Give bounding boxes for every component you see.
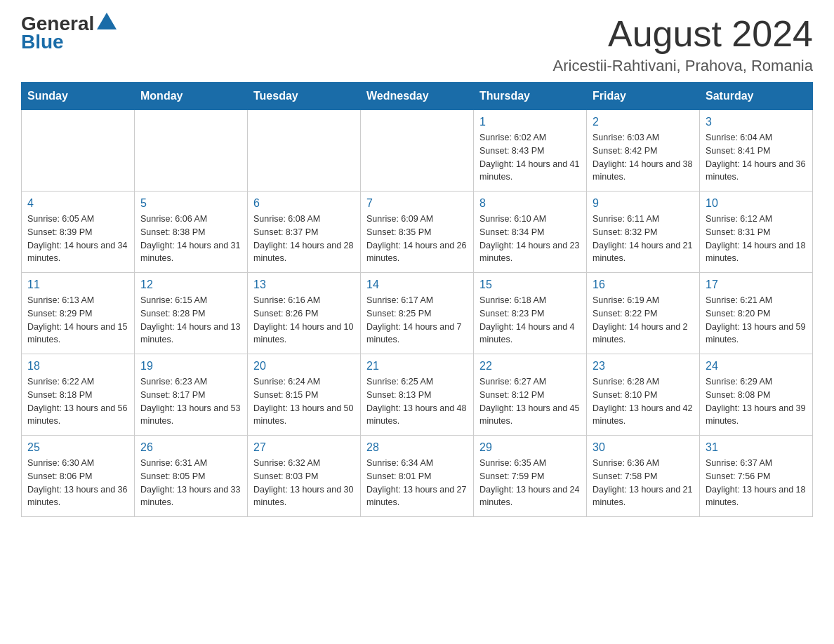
column-header-sunday: Sunday xyxy=(22,83,135,110)
day-info: Sunrise: 6:06 AMSunset: 8:38 PMDaylight:… xyxy=(140,213,241,265)
day-number: 16 xyxy=(593,279,694,291)
calendar-subtitle: Aricestii-Rahtivani, Prahova, Romania xyxy=(553,57,814,75)
page-header: General Blue August 2024 Aricestii-Rahti… xyxy=(21,14,813,75)
calendar-cell: 10Sunrise: 6:12 AMSunset: 8:31 PMDayligh… xyxy=(700,192,813,273)
column-header-tuesday: Tuesday xyxy=(248,83,361,110)
calendar-cell: 4Sunrise: 6:05 AMSunset: 8:39 PMDaylight… xyxy=(22,192,135,273)
calendar-cell: 8Sunrise: 6:10 AMSunset: 8:34 PMDaylight… xyxy=(474,192,587,273)
day-number: 10 xyxy=(706,197,807,210)
calendar-cell xyxy=(135,110,248,192)
day-number: 31 xyxy=(706,441,807,454)
calendar-cell: 9Sunrise: 6:11 AMSunset: 8:32 PMDaylight… xyxy=(587,192,700,273)
day-info: Sunrise: 6:31 AMSunset: 8:05 PMDaylight:… xyxy=(140,457,241,509)
column-header-saturday: Saturday xyxy=(700,83,813,110)
day-number: 8 xyxy=(479,197,581,210)
calendar-cell: 6Sunrise: 6:08 AMSunset: 8:37 PMDaylight… xyxy=(248,192,361,273)
calendar-cell: 19Sunrise: 6:23 AMSunset: 8:17 PMDayligh… xyxy=(135,354,248,436)
day-number: 23 xyxy=(593,360,694,373)
calendar-cell: 24Sunrise: 6:29 AMSunset: 8:08 PMDayligh… xyxy=(700,354,813,436)
day-number: 6 xyxy=(253,197,355,210)
calendar-cell: 18Sunrise: 6:22 AMSunset: 8:18 PMDayligh… xyxy=(22,354,135,436)
day-number: 26 xyxy=(140,441,241,454)
day-number: 17 xyxy=(706,279,807,291)
day-info: Sunrise: 6:21 AMSunset: 8:20 PMDaylight:… xyxy=(706,294,807,347)
day-number: 21 xyxy=(366,360,468,373)
calendar-cell: 16Sunrise: 6:19 AMSunset: 8:22 PMDayligh… xyxy=(587,273,700,354)
day-info: Sunrise: 6:23 AMSunset: 8:17 PMDaylight:… xyxy=(140,375,241,428)
day-number: 14 xyxy=(366,279,468,291)
column-header-friday: Friday xyxy=(587,83,700,110)
calendar-cell: 1Sunrise: 6:02 AMSunset: 8:43 PMDaylight… xyxy=(474,110,587,192)
calendar-cell xyxy=(361,110,474,192)
day-number: 13 xyxy=(253,279,355,291)
day-number: 12 xyxy=(140,279,241,291)
day-info: Sunrise: 6:08 AMSunset: 8:37 PMDaylight:… xyxy=(253,213,355,265)
calendar-cell: 31Sunrise: 6:37 AMSunset: 7:56 PMDayligh… xyxy=(700,436,813,517)
day-number: 28 xyxy=(366,441,468,454)
day-number: 1 xyxy=(479,116,581,128)
calendar-cell: 17Sunrise: 6:21 AMSunset: 8:20 PMDayligh… xyxy=(700,273,813,354)
calendar-cell: 14Sunrise: 6:17 AMSunset: 8:25 PMDayligh… xyxy=(361,273,474,354)
calendar-week-row: 4Sunrise: 6:05 AMSunset: 8:39 PMDaylight… xyxy=(22,192,813,273)
calendar-cell: 5Sunrise: 6:06 AMSunset: 8:38 PMDaylight… xyxy=(135,192,248,273)
calendar-title: August 2024 xyxy=(553,14,814,54)
day-info: Sunrise: 6:03 AMSunset: 8:42 PMDaylight:… xyxy=(593,131,694,184)
logo-triangle-icon xyxy=(97,13,117,29)
calendar-cell: 21Sunrise: 6:25 AMSunset: 8:13 PMDayligh… xyxy=(361,354,474,436)
calendar-cell: 11Sunrise: 6:13 AMSunset: 8:29 PMDayligh… xyxy=(22,273,135,354)
day-number: 30 xyxy=(593,441,694,454)
day-info: Sunrise: 6:25 AMSunset: 8:13 PMDaylight:… xyxy=(366,375,468,428)
day-number: 2 xyxy=(593,116,694,128)
calendar-cell xyxy=(22,110,135,192)
calendar-cell: 27Sunrise: 6:32 AMSunset: 8:03 PMDayligh… xyxy=(248,436,361,517)
day-number: 24 xyxy=(706,360,807,373)
day-info: Sunrise: 6:11 AMSunset: 8:32 PMDaylight:… xyxy=(593,213,694,265)
day-info: Sunrise: 6:32 AMSunset: 8:03 PMDaylight:… xyxy=(253,457,355,509)
day-info: Sunrise: 6:34 AMSunset: 8:01 PMDaylight:… xyxy=(366,457,468,509)
day-info: Sunrise: 6:05 AMSunset: 8:39 PMDaylight:… xyxy=(27,213,128,265)
day-info: Sunrise: 6:24 AMSunset: 8:15 PMDaylight:… xyxy=(253,375,355,428)
day-number: 18 xyxy=(27,360,128,373)
calendar-week-row: 11Sunrise: 6:13 AMSunset: 8:29 PMDayligh… xyxy=(22,273,813,354)
day-number: 3 xyxy=(706,116,807,128)
day-info: Sunrise: 6:09 AMSunset: 8:35 PMDaylight:… xyxy=(366,213,468,265)
day-info: Sunrise: 6:02 AMSunset: 8:43 PMDaylight:… xyxy=(479,131,581,184)
column-header-monday: Monday xyxy=(135,83,248,110)
day-number: 15 xyxy=(479,279,581,291)
day-number: 5 xyxy=(140,197,241,210)
logo-blue-text: Blue xyxy=(21,32,117,52)
day-info: Sunrise: 6:37 AMSunset: 7:56 PMDaylight:… xyxy=(706,457,807,509)
calendar-cell: 29Sunrise: 6:35 AMSunset: 7:59 PMDayligh… xyxy=(474,436,587,517)
day-info: Sunrise: 6:27 AMSunset: 8:12 PMDaylight:… xyxy=(479,375,581,428)
day-number: 19 xyxy=(140,360,241,373)
day-info: Sunrise: 6:35 AMSunset: 7:59 PMDaylight:… xyxy=(479,457,581,509)
calendar-cell: 23Sunrise: 6:28 AMSunset: 8:10 PMDayligh… xyxy=(587,354,700,436)
day-number: 11 xyxy=(27,279,128,291)
calendar-cell: 30Sunrise: 6:36 AMSunset: 7:58 PMDayligh… xyxy=(587,436,700,517)
calendar-cell: 13Sunrise: 6:16 AMSunset: 8:26 PMDayligh… xyxy=(248,273,361,354)
day-number: 4 xyxy=(27,197,128,210)
day-number: 25 xyxy=(27,441,128,454)
day-number: 20 xyxy=(253,360,355,373)
day-info: Sunrise: 6:36 AMSunset: 7:58 PMDaylight:… xyxy=(593,457,694,509)
calendar-header-row: SundayMondayTuesdayWednesdayThursdayFrid… xyxy=(22,83,813,110)
day-number: 22 xyxy=(479,360,581,373)
day-info: Sunrise: 6:15 AMSunset: 8:28 PMDaylight:… xyxy=(140,294,241,347)
calendar-cell: 2Sunrise: 6:03 AMSunset: 8:42 PMDaylight… xyxy=(587,110,700,192)
calendar-cell: 26Sunrise: 6:31 AMSunset: 8:05 PMDayligh… xyxy=(135,436,248,517)
calendar-cell: 3Sunrise: 6:04 AMSunset: 8:41 PMDaylight… xyxy=(700,110,813,192)
day-info: Sunrise: 6:28 AMSunset: 8:10 PMDaylight:… xyxy=(593,375,694,428)
calendar-week-row: 25Sunrise: 6:30 AMSunset: 8:06 PMDayligh… xyxy=(22,436,813,517)
calendar-week-row: 1Sunrise: 6:02 AMSunset: 8:43 PMDaylight… xyxy=(22,110,813,192)
column-header-thursday: Thursday xyxy=(474,83,587,110)
calendar-week-row: 18Sunrise: 6:22 AMSunset: 8:18 PMDayligh… xyxy=(22,354,813,436)
column-header-wednesday: Wednesday xyxy=(361,83,474,110)
day-info: Sunrise: 6:18 AMSunset: 8:23 PMDaylight:… xyxy=(479,294,581,347)
day-info: Sunrise: 6:12 AMSunset: 8:31 PMDaylight:… xyxy=(706,213,807,265)
day-number: 7 xyxy=(366,197,468,210)
calendar-cell xyxy=(248,110,361,192)
calendar-cell: 7Sunrise: 6:09 AMSunset: 8:35 PMDaylight… xyxy=(361,192,474,273)
calendar-table: SundayMondayTuesdayWednesdayThursdayFrid… xyxy=(21,82,813,517)
calendar-cell: 22Sunrise: 6:27 AMSunset: 8:12 PMDayligh… xyxy=(474,354,587,436)
calendar-cell: 12Sunrise: 6:15 AMSunset: 8:28 PMDayligh… xyxy=(135,273,248,354)
